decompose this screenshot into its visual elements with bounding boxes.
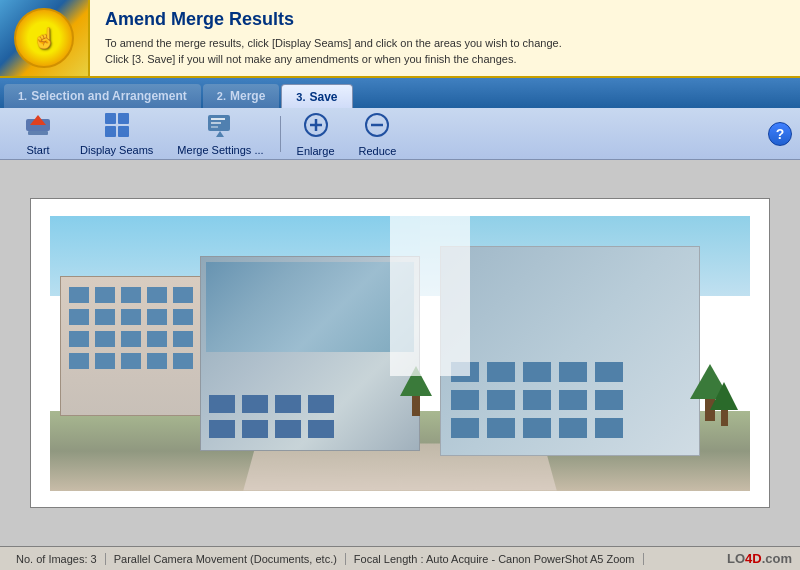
cursor-icon: ☝ xyxy=(32,26,57,50)
panorama-container xyxy=(50,216,750,491)
tab1-label: Selection and Arrangement xyxy=(31,89,187,103)
enlarge-label: Enlarge xyxy=(297,145,335,157)
merge-settings-icon xyxy=(206,111,234,142)
status-movement: Parallel Camera Movement (Documents, etc… xyxy=(106,553,346,565)
site-logo: LO4D.com xyxy=(727,551,792,566)
svg-marker-8 xyxy=(216,131,224,137)
tab1-number: 1. xyxy=(18,90,27,102)
merge-settings-label: Merge Settings ... xyxy=(177,144,263,156)
start-button[interactable]: Start xyxy=(8,112,68,156)
building-right xyxy=(440,246,700,456)
header-logo: ☝ xyxy=(0,0,90,76)
enlarge-icon xyxy=(302,111,330,143)
reduce-icon xyxy=(363,111,391,143)
svg-rect-6 xyxy=(118,126,129,137)
header-desc-line2: Click [3. Save] if you will not make any… xyxy=(105,51,562,68)
tab-save[interactable]: 3. Save xyxy=(281,84,352,108)
reduce-button[interactable]: Reduce xyxy=(347,112,409,156)
display-seams-label: Display Seams xyxy=(80,144,153,156)
start-icon xyxy=(24,111,52,142)
building-center xyxy=(200,256,420,451)
header-area: ☝ Amend Merge Results To amend the merge… xyxy=(0,0,800,78)
merge-settings-button[interactable]: Merge Settings ... xyxy=(165,112,275,156)
status-images: No. of Images: 3 xyxy=(8,553,106,565)
enlarge-button[interactable]: Enlarge xyxy=(285,112,347,156)
svg-rect-9 xyxy=(211,118,225,120)
header-desc-line1: To amend the merge results, click [Displ… xyxy=(105,35,562,52)
tab-bar: 1. Selection and Arrangement 2. Merge 3.… xyxy=(0,78,800,108)
tab-selection[interactable]: 1. Selection and Arrangement xyxy=(4,84,201,108)
header-title: Amend Merge Results xyxy=(105,9,562,30)
svg-rect-5 xyxy=(105,126,116,137)
logo-4d: 4D xyxy=(745,551,762,566)
display-seams-button[interactable]: Display Seams xyxy=(68,112,165,156)
start-label: Start xyxy=(26,144,49,156)
status-focal: Focal Length : Auto Acquire - Canon Powe… xyxy=(346,553,644,565)
main-canvas-area xyxy=(0,160,800,546)
status-bar: No. of Images: 3 Parallel Camera Movemen… xyxy=(0,546,800,570)
reduce-label: Reduce xyxy=(359,145,397,157)
canvas-frame xyxy=(30,198,770,508)
tab-merge[interactable]: 2. Merge xyxy=(203,84,280,108)
header-text: Amend Merge Results To amend the merge r… xyxy=(90,0,577,76)
toolbar-divider xyxy=(280,116,281,152)
tab2-number: 2. xyxy=(217,90,226,102)
tab2-label: Merge xyxy=(230,89,265,103)
tab3-label: Save xyxy=(310,90,338,104)
display-seams-icon xyxy=(103,111,131,142)
toolbar: Start Display Seams Merge Settings ... xyxy=(0,108,800,160)
svg-rect-2 xyxy=(28,131,48,135)
tab3-number: 3. xyxy=(296,91,305,103)
svg-rect-11 xyxy=(211,126,218,128)
logo-com: .com xyxy=(762,551,792,566)
help-button[interactable]: ? xyxy=(768,122,792,146)
seam-area xyxy=(390,216,470,376)
logo-sunflower: ☝ xyxy=(14,8,74,68)
svg-rect-10 xyxy=(211,122,221,124)
svg-rect-4 xyxy=(118,113,129,124)
logo-lo: LO xyxy=(727,551,745,566)
svg-rect-3 xyxy=(105,113,116,124)
tree-3 xyxy=(710,382,738,426)
